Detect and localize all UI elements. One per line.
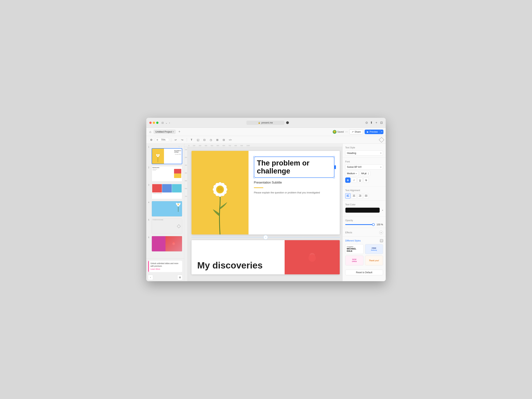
close-button[interactable]	[149, 122, 152, 124]
slide-item-2[interactable]: 2 My discoveries What did you findafter …	[148, 166, 183, 182]
slide-main-heading[interactable]: The problem or challenge	[257, 159, 331, 175]
font-size-down[interactable]: ▼	[368, 173, 369, 175]
back-navigation-icon[interactable]: ‹	[169, 121, 170, 124]
slide-thumbnail-1[interactable]: The problem orchallenge Presentation Sub…	[152, 148, 182, 164]
align-right-button[interactable]	[357, 193, 363, 199]
slide-item-4[interactable]: 4 .	[148, 201, 183, 217]
preview-button[interactable]: ▶ Preview	[365, 130, 380, 134]
minimize-button[interactable]	[153, 122, 155, 124]
zoom-control[interactable]: ⊕ 75%	[155, 138, 169, 142]
slide2-heading[interactable]: My discoveries	[191, 256, 268, 274]
secondary-toolbar: ⚙ ⊕ 75% ↩ ↪ T ◱ ⊡ ◷ ⊞ ⊟ </>	[146, 136, 386, 144]
slide-title-textbox[interactable]: The problem or challenge	[254, 157, 334, 178]
text-alignment-section: Text Alignment	[342, 186, 386, 201]
resize-handle-right[interactable]	[334, 165, 336, 169]
browser-settings-icon[interactable]: ⚫	[286, 121, 289, 124]
font-weight-select[interactable]: Medium ▾	[345, 171, 359, 176]
windows-icon[interactable]: ⊡	[380, 121, 383, 124]
canvas-area[interactable]: 0 100 200 300 400 500 600 700 800 900 10…	[184, 144, 342, 281]
thumb6-overlay	[165, 236, 182, 251]
svg-rect-45	[365, 196, 367, 197]
slide2-right-image-inner	[285, 240, 340, 274]
sidebar-back-button[interactable]: ‹	[148, 275, 153, 280]
grid-tool-button[interactable]: ⊟	[221, 137, 227, 142]
align-center-button[interactable]	[351, 193, 357, 199]
home-button[interactable]: ⌂	[149, 129, 152, 134]
opacity-slider-track[interactable]	[345, 224, 375, 225]
align-justify-button[interactable]	[363, 193, 369, 199]
opacity-slider-thumb[interactable]	[372, 223, 375, 226]
preset-thankyou-label: Thank you!	[369, 260, 379, 262]
timer-tool-button[interactable]: ◷	[208, 137, 214, 142]
handle-tl[interactable]	[253, 156, 255, 158]
image-tool-button[interactable]: ⊡	[202, 137, 207, 142]
effects-add-button[interactable]: +	[379, 231, 383, 234]
slide-subtitle[interactable]: Presentation Subtitle	[254, 181, 334, 184]
preview-dropdown-button[interactable]: ▾	[380, 130, 383, 134]
style-preset-thank-you[interactable]: Thank you!	[365, 256, 383, 266]
slide-item-5[interactable]: 5 The standard Lorem ipsum passage	[148, 218, 183, 234]
text-style-select[interactable]: Heading ▾	[345, 151, 383, 156]
slide-thumbnail-5[interactable]: The standard Lorem ipsum passage	[152, 218, 182, 234]
table-tool-button[interactable]: ⊞	[215, 137, 220, 142]
new-tab-icon[interactable]: ＋	[375, 121, 378, 125]
handle-tr[interactable]	[333, 156, 335, 158]
handle-br[interactable]	[333, 177, 335, 178]
slide-item-3[interactable]: 3 The standard Lorem ipsum passage	[148, 183, 183, 200]
project-name-button[interactable]: Untitled Project ▾	[153, 130, 176, 134]
slide-thumbnail-3[interactable]: The standard Lorem ipsum passage	[152, 184, 182, 199]
text-style-value: Heading	[347, 152, 356, 154]
style-preset-now-open[interactable]: NOW OPEN	[345, 256, 363, 266]
align-left-button[interactable]	[345, 193, 351, 199]
font-size-up[interactable]: ▲	[368, 172, 369, 173]
shapes-tool-button[interactable]: ◱	[195, 137, 201, 142]
redo-button[interactable]: ↪	[180, 137, 185, 142]
add-slide-button[interactable]: +	[177, 129, 182, 134]
italic-button[interactable]: I	[351, 177, 357, 183]
color-swatch[interactable]	[345, 208, 380, 213]
slide-thumbnail-6[interactable]	[152, 236, 182, 252]
bold-button[interactable]: B	[345, 177, 351, 183]
sidebar-toggle-icon[interactable]: ⊟	[162, 121, 164, 124]
font-family-select[interactable]: Suisse BP Int'l ▾	[345, 165, 383, 170]
svg-point-28	[221, 188, 222, 189]
underline-button[interactable]: U	[357, 177, 363, 183]
text-tool-button[interactable]: T	[189, 137, 194, 142]
slide-thumbnail-4[interactable]: ...	[152, 201, 182, 217]
reset-default-button[interactable]: Reset to Default	[345, 270, 383, 275]
svg-point-4	[158, 155, 159, 156]
upload-icon[interactable]: ⬆	[370, 121, 373, 124]
chevron-down-icon[interactable]: ⌄	[165, 121, 168, 124]
slide-thumbnail-2[interactable]: My discoveries What did you findafter te…	[152, 166, 182, 182]
slide-1-canvas[interactable]: The problem or challenge Presentation Su…	[191, 151, 340, 234]
collapse-button[interactable]: —	[380, 239, 383, 242]
add-slide-divider-button[interactable]: +	[263, 235, 268, 240]
style-presets-grid: Congrats! MICHAEL DALE FREE Delivery NOW…	[345, 244, 383, 266]
color-dropdown-button[interactable]: ▾	[382, 209, 383, 211]
handle-bl[interactable]	[253, 177, 255, 178]
align-right-icon	[359, 195, 361, 197]
fullscreen-button[interactable]	[156, 122, 158, 124]
slide2-right-image	[285, 240, 340, 274]
undo-button[interactable]: ↩	[173, 137, 178, 142]
slide-2-canvas[interactable]: My discoveries	[191, 240, 340, 274]
slide-item-1[interactable]: 1 ◇ → The problem orchallenge Presentati…	[148, 145, 183, 165]
font-size-input[interactable]: 64 pt ▲ ▼	[360, 171, 370, 176]
sidebar-grid-button[interactable]: ⊞	[177, 275, 183, 280]
address-bar[interactable]: 🔒 present.me	[247, 121, 285, 125]
style-preset-free-delivery[interactable]: FREE Delivery	[365, 244, 383, 254]
more-menu-button[interactable]: ···	[345, 130, 348, 133]
strikethrough-button[interactable]: S	[363, 177, 369, 183]
share-browser-icon[interactable]: ⊙	[365, 121, 368, 124]
diamond-tool[interactable]	[380, 138, 383, 142]
canvas-scroll[interactable]: The problem or challenge Presentation Su…	[188, 147, 342, 281]
slide-body-text[interactable]: Please explain the question or problem t…	[254, 191, 334, 195]
learn-more-link[interactable]: Learn More	[151, 268, 181, 271]
style-preset-congrats[interactable]: Congrats! MICHAEL DALE	[345, 244, 363, 254]
font-chevron: ▾	[380, 166, 381, 168]
slide-item-6[interactable]: 6	[148, 236, 183, 252]
opacity-row: 100 %	[345, 223, 383, 226]
share-button[interactable]: ↗ Share	[349, 129, 363, 134]
code-tool-button[interactable]: </>	[228, 137, 233, 142]
settings-tool-button[interactable]: ⚙	[149, 137, 154, 142]
